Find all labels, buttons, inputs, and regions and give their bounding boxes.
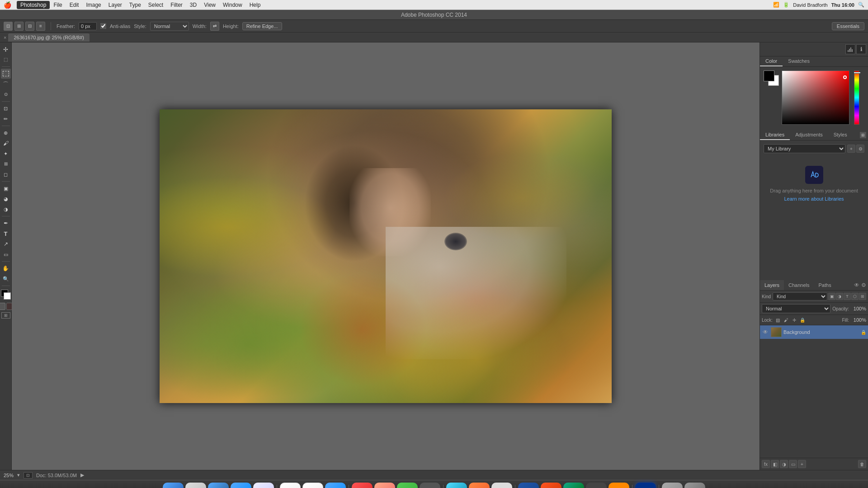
dock-world-clock[interactable]: 🌍 bbox=[420, 483, 440, 488]
refine-edge-btn[interactable]: Refine Edge... bbox=[242, 22, 282, 30]
tool-preset-btn-1[interactable]: ⊡ bbox=[4, 22, 13, 31]
filter-type-icon[interactable]: T bbox=[844, 293, 851, 300]
menu-3d[interactable]: 3D bbox=[186, 1, 200, 9]
layer-fx-btn[interactable]: fx bbox=[762, 460, 770, 468]
filter-smart-icon[interactable]: ⊞ bbox=[859, 293, 866, 300]
artboard-tool[interactable]: ⬚ bbox=[1, 55, 11, 65]
dock-migration[interactable]: 🦅 bbox=[253, 483, 274, 488]
zoom-dropdown-btn[interactable]: ▾ bbox=[17, 472, 20, 478]
group-layer-btn[interactable]: ▭ bbox=[789, 460, 797, 468]
menu-filter[interactable]: Filter bbox=[167, 1, 186, 9]
dock-word[interactable]: W bbox=[518, 483, 539, 488]
tool-preset-btn-2[interactable]: ⊞ bbox=[14, 22, 24, 31]
dock-launchpad[interactable]: 🚀 bbox=[185, 483, 206, 488]
dock-network[interactable]: 🌐 bbox=[325, 483, 346, 488]
zoom-tool[interactable]: 🔍 bbox=[1, 274, 11, 284]
antialias-checkbox[interactable] bbox=[100, 23, 106, 29]
color-picker-gradient[interactable] bbox=[782, 70, 849, 125]
canvas-area[interactable] bbox=[12, 42, 760, 470]
dock-finder[interactable]: 🖥 bbox=[163, 483, 184, 488]
pen-tool[interactable]: ✒ bbox=[1, 218, 11, 228]
doc-info-arrow[interactable]: ▶ bbox=[80, 472, 84, 478]
menu-edit[interactable]: Edit bbox=[66, 1, 83, 9]
gradient-tool[interactable]: ▣ bbox=[1, 183, 11, 193]
tool-preset-btn-3[interactable]: ⊟ bbox=[25, 22, 34, 31]
crop-tool[interactable]: ⊡ bbox=[1, 103, 11, 113]
eyedropper-tool[interactable]: ✏ bbox=[1, 114, 11, 124]
menu-help[interactable]: Help bbox=[246, 1, 264, 9]
apple-menu[interactable]: 🍎 bbox=[4, 1, 11, 9]
lock-all-icon[interactable]: 🔒 bbox=[799, 316, 806, 324]
menu-view[interactable]: View bbox=[200, 1, 219, 9]
lock-position-icon[interactable]: ✛ bbox=[791, 316, 798, 324]
paths-tab[interactable]: Paths bbox=[814, 280, 836, 290]
dock-messages[interactable]: 💬 bbox=[397, 483, 418, 488]
zoom-fit-btn[interactable]: ⊡ bbox=[24, 472, 33, 479]
grid-view-icon[interactable]: ⊞ bbox=[860, 132, 866, 138]
layer-mask-btn[interactable]: ◧ bbox=[771, 460, 779, 468]
menu-window[interactable]: Window bbox=[219, 1, 246, 9]
dock-firefox[interactable]: 🦊 bbox=[469, 483, 490, 488]
document-tab[interactable]: 26361670.jpg @ 25% (RGB/8#) bbox=[8, 33, 89, 42]
healing-tool[interactable]: ⊕ bbox=[1, 128, 11, 138]
new-layer-btn[interactable]: + bbox=[798, 460, 806, 468]
dock-app-store[interactable]: Ⓐ bbox=[231, 483, 251, 488]
fg-bg-swatches[interactable] bbox=[764, 70, 779, 86]
dock-trash[interactable]: 🗑 bbox=[684, 483, 705, 488]
dock-excel[interactable]: X bbox=[563, 483, 584, 488]
menu-layer[interactable]: Layer bbox=[105, 1, 126, 9]
blur-tool[interactable]: ◕ bbox=[1, 194, 11, 204]
channels-tab[interactable]: Channels bbox=[784, 280, 814, 290]
style-select[interactable]: Normal Fixed Ratio Fixed Size bbox=[150, 22, 189, 31]
history-brush-tool[interactable]: ⊞ bbox=[1, 159, 11, 169]
filter-kind-select[interactable]: Kind Name Effect Mode Attribute Color Sm… bbox=[773, 292, 827, 300]
color-hue-bar[interactable] bbox=[854, 70, 859, 125]
brush-tool[interactable]: 🖌 bbox=[1, 138, 11, 148]
quick-select-tool[interactable]: ⊙ bbox=[1, 89, 11, 99]
dock-safari[interactable]: 🧭 bbox=[446, 483, 467, 488]
fill-value[interactable]: 100% bbox=[850, 317, 866, 323]
dock-calendar[interactable]: 📅 bbox=[302, 483, 323, 488]
clone-stamp-tool[interactable]: ✦ bbox=[1, 149, 11, 159]
menu-file[interactable]: File bbox=[50, 1, 66, 9]
dodge-tool[interactable]: ◑ bbox=[1, 204, 11, 214]
marquee-tool[interactable] bbox=[1, 69, 11, 79]
libraries-tab[interactable]: Libraries bbox=[760, 130, 790, 140]
dock-illustrator[interactable]: Ai bbox=[609, 483, 629, 488]
adjustments-tab[interactable]: Adjustments bbox=[790, 130, 828, 140]
dock-photoshop[interactable]: Ps bbox=[635, 483, 656, 488]
info-panel-icon[interactable]: ℹ bbox=[856, 44, 866, 54]
dock-time-machine[interactable]: ⏰ bbox=[208, 483, 229, 488]
type-tool[interactable]: T bbox=[1, 229, 11, 239]
layer-item-background[interactable]: 👁 Background 🔒 bbox=[760, 325, 868, 339]
dock-itunes[interactable]: 🎵 bbox=[352, 483, 373, 488]
layers-settings-icon[interactable]: ⚙ bbox=[861, 282, 866, 288]
screen-mode-btn[interactable]: ⊞ bbox=[1, 312, 10, 319]
dock-finder-window[interactable]: 📁 bbox=[662, 483, 683, 488]
fg-bg-color[interactable] bbox=[1, 290, 11, 300]
delete-layer-btn[interactable]: 🗑 bbox=[858, 460, 866, 468]
fg-color-swatch[interactable] bbox=[764, 70, 774, 81]
blend-mode-select[interactable]: Normal Dissolve Multiply Screen Overlay bbox=[762, 304, 830, 313]
library-add-icon[interactable]: + bbox=[847, 145, 855, 153]
layers-eye-icon[interactable]: 👁 bbox=[854, 282, 859, 288]
dock-powerpoint[interactable]: P bbox=[541, 483, 561, 488]
filter-pixel-icon[interactable]: ▣ bbox=[828, 293, 835, 300]
standard-mode-btn[interactable] bbox=[0, 303, 5, 310]
library-settings-icon[interactable]: ⚙ bbox=[856, 145, 864, 153]
shape-tool[interactable]: ▭ bbox=[1, 249, 11, 259]
search-icon[interactable]: 🔍 bbox=[858, 2, 864, 8]
tool-preset-btn-4[interactable]: ≡ bbox=[36, 22, 45, 31]
doc-tab-close[interactable]: × bbox=[4, 35, 6, 40]
lasso-tool[interactable]: ⌒ bbox=[1, 79, 11, 89]
filter-adjustment-icon[interactable]: ◑ bbox=[836, 293, 843, 300]
path-select-tool[interactable]: ↗ bbox=[1, 239, 11, 249]
dock-contacts[interactable]: 👤 bbox=[280, 483, 301, 488]
background-color[interactable] bbox=[4, 292, 11, 300]
feather-input[interactable] bbox=[79, 22, 97, 30]
opacity-value[interactable]: 100% bbox=[850, 306, 866, 311]
library-select[interactable]: My Library bbox=[764, 144, 845, 153]
eraser-tool[interactable]: ◻ bbox=[1, 169, 11, 179]
lock-paint-icon[interactable]: 🖌 bbox=[783, 316, 790, 324]
hand-tool[interactable]: ✋ bbox=[1, 263, 11, 273]
